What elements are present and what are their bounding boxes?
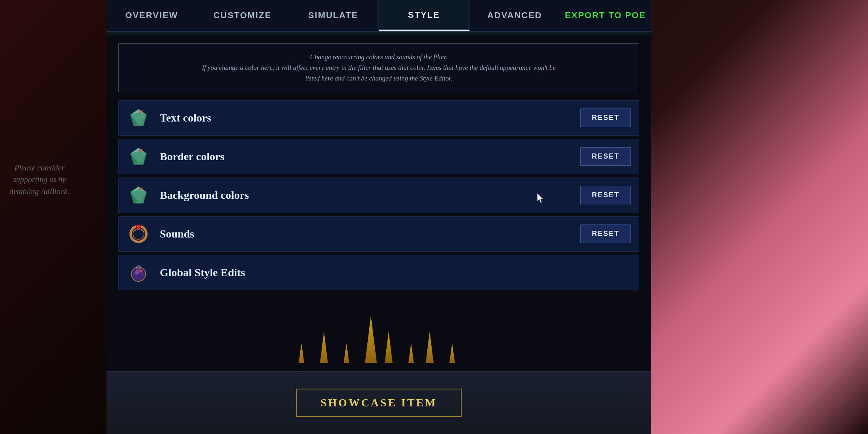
spike-6 — [408, 343, 414, 363]
category-list: Text colors RESET Border colors RESE — [118, 100, 639, 290]
info-line3: listed here and can't be changed using t… — [305, 75, 452, 82]
category-row-border-colors[interactable]: Border colors RESET — [118, 139, 639, 174]
spike-3 — [344, 343, 349, 363]
background-colors-label: Background colors — [160, 189, 580, 202]
svg-point-25 — [135, 271, 139, 275]
spike-5 — [385, 331, 393, 363]
tab-export[interactable]: EXPORT TO POE — [560, 0, 651, 31]
sounds-reset-button[interactable]: RESET — [580, 224, 631, 243]
showcase-bar: Showcase Item — [107, 371, 651, 434]
spike-7 — [426, 331, 434, 363]
category-row-background-colors[interactable]: Background colors RESET — [118, 178, 639, 213]
spike-8 — [449, 343, 455, 363]
global-style-edits-label: Global Style Edits — [160, 266, 631, 279]
border-colors-label: Border colors — [160, 150, 580, 163]
tab-customize[interactable]: CUSTOMIZE — [197, 0, 288, 31]
border-colors-icon — [127, 145, 150, 168]
category-row-global-style-edits[interactable]: Global Style Edits — [118, 255, 639, 290]
background-colors-icon — [127, 183, 150, 207]
sounds-icon — [127, 222, 150, 246]
nav-tabs: OVERVIEW CUSTOMIZE SIMULATE STYLE ADVANC… — [107, 0, 651, 32]
bg-left — [0, 0, 107, 434]
svg-point-26 — [139, 269, 142, 273]
svg-point-19 — [133, 228, 144, 239]
category-row-text-colors[interactable]: Text colors RESET — [118, 100, 639, 136]
border-colors-reset-button[interactable]: RESET — [580, 147, 631, 166]
tab-style[interactable]: STYLE — [379, 0, 470, 31]
tab-advanced[interactable]: ADVANCED — [470, 0, 560, 31]
spike-4 — [365, 316, 377, 363]
sidebar-adblock-text: Please consider supporting us by disabli… — [0, 158, 79, 201]
tab-simulate[interactable]: SIMULATE — [288, 0, 379, 31]
tab-overview[interactable]: OVERVIEW — [107, 0, 197, 31]
info-box: Change reoccurring colors and sounds of … — [118, 43, 639, 92]
svg-point-21 — [137, 226, 138, 227]
global-style-edits-icon — [127, 261, 150, 284]
info-line2: If you change a color here, it will affe… — [202, 64, 556, 71]
background-colors-reset-button[interactable]: RESET — [580, 186, 631, 204]
text-colors-reset-button[interactable]: RESET — [580, 108, 631, 127]
info-line1: Change reoccurring colors and sounds of … — [310, 53, 447, 61]
text-colors-icon — [127, 106, 150, 130]
spike-1 — [299, 343, 304, 363]
showcase-area: Showcase Item — [107, 331, 651, 434]
text-colors-label: Text colors — [160, 112, 580, 124]
svg-point-20 — [136, 224, 141, 229]
sounds-label: Sounds — [160, 228, 580, 240]
showcase-item-button[interactable]: Showcase Item — [296, 389, 462, 417]
showcase-decoration — [107, 308, 651, 363]
spike-2 — [320, 331, 328, 363]
category-row-sounds[interactable]: Sounds RESET — [118, 216, 639, 252]
